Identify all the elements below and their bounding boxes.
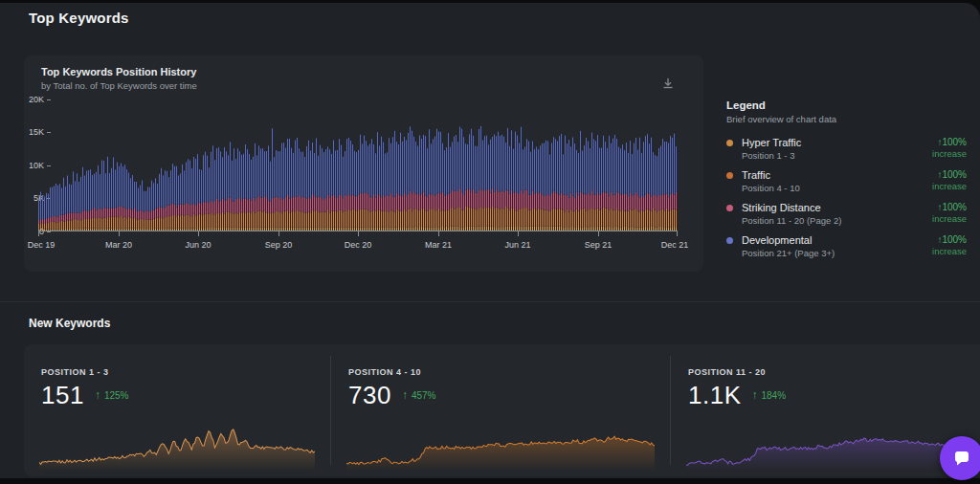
panel-value: 151 [41, 383, 84, 407]
x-axis-label: Jun 20 [185, 240, 211, 250]
legend-change-label: increase [932, 246, 967, 256]
legend-item-name: Traffic [742, 169, 800, 181]
legend-item-position: Position 21+ (Page 3+) [742, 248, 835, 258]
x-axis-label: Jun 21 [504, 240, 530, 250]
page-title: Top Keywords [29, 10, 129, 26]
chart-title: Top Keywords Position History [41, 66, 197, 77]
download-button[interactable] [659, 75, 677, 92]
trend-up-icon: ↑ [402, 389, 408, 401]
top-keywords-section: Top Keywords Position History by Total n… [24, 55, 967, 274]
position-history-card: Top Keywords Position History by Total n… [24, 55, 703, 272]
x-axis-label: Sep 21 [585, 240, 612, 250]
panel-label: POSITION 1 - 3 [41, 367, 311, 377]
keyword-panel-position-1-3: POSITION 1 - 3 151 ↑ 125% [24, 344, 330, 476]
trend-up-icon: ↑ [95, 389, 100, 401]
legend-item-position: Position 11 - 20 (Page 2) [742, 215, 841, 226]
legend-title: Legend [726, 99, 967, 111]
panel-value: 730 [348, 383, 391, 407]
panel-label: POSITION 4 - 10 [348, 367, 651, 377]
legend-item-name: Hyper Traffic [742, 137, 801, 148]
panel-change-percent: 184% [762, 390, 787, 401]
legend-change-label: increase [932, 148, 967, 159]
new-keywords-card: POSITION 1 - 3 151 ↑ 125% POSITION 4 - 1… [24, 344, 980, 476]
new-keywords-title: New Keywords [29, 317, 110, 330]
legend-change-percent: ↑100% [932, 169, 967, 180]
x-axis-label: Mar 20 [105, 240, 132, 250]
chart-header: Top Keywords Position History by Total n… [41, 66, 197, 91]
sparkline-position-1-3 [39, 420, 315, 470]
x-axis-label: Sep 20 [265, 240, 293, 250]
x-axis-label: Mar 21 [425, 240, 452, 250]
dashboard-page: Top Keywords Top Keywords Position Histo… [0, 3, 980, 478]
x-axis-label: Dec 21 [661, 240, 689, 250]
panel-change-percent: 457% [412, 390, 436, 401]
legend-dot-developmental [726, 237, 733, 244]
legend-dot-striking-distance [726, 205, 733, 211]
chart-legend: Legend Brief overview of chart data Hype… [726, 55, 967, 274]
legend-item-name: Striking Distance [742, 202, 841, 213]
legend-item-traffic[interactable]: Traffic Position 4 - 10 ↑100% increase [726, 169, 967, 193]
legend-item-position: Position 1 - 3 [742, 150, 801, 161]
legend-item-striking-distance[interactable]: Striking Distance Position 11 - 20 (Page… [726, 202, 967, 226]
legend-item-hyper-traffic[interactable]: Hyper Traffic Position 1 - 3 ↑100% incre… [726, 137, 967, 161]
panel-value: 1.1K [688, 383, 742, 407]
legend-change-percent: ↑100% [932, 202, 967, 212]
legend-item-developmental[interactable]: Developmental Position 21+ (Page 3+) ↑10… [726, 234, 967, 258]
x-axis-label: Dec 19 [28, 240, 56, 250]
trend-up-icon: ↑ [752, 389, 758, 401]
download-icon [661, 77, 675, 90]
panel-change-percent: 125% [104, 390, 129, 401]
legend-dot-traffic [726, 172, 733, 179]
legend-dot-hyper-traffic [726, 140, 733, 146]
panel-label: POSITION 11 - 20 [688, 367, 961, 377]
x-axis-label: Dec 20 [345, 240, 372, 250]
legend-change-percent: ↑100% [932, 234, 967, 245]
keyword-panel-position-4-10: POSITION 4 - 10 730 ↑ 457% [331, 344, 670, 476]
sparkline-position-4-10 [346, 420, 655, 470]
stacked-bar-chart-canvas[interactable] [38, 99, 679, 239]
legend-item-position: Position 4 - 10 [742, 183, 800, 193]
legend-change-label: increase [932, 213, 967, 224]
legend-subtitle: Brief overview of chart data [726, 114, 967, 124]
legend-item-name: Developmental [742, 234, 835, 246]
chat-icon [952, 449, 971, 468]
chat-fab-button[interactable] [940, 436, 980, 480]
keyword-panel-position-11-20: POSITION 11 - 20 1.1K ↑ 184% [671, 344, 980, 476]
legend-change-percent: ↑100% [932, 137, 967, 147]
legend-change-label: increase [932, 181, 967, 191]
chart-subtitle: by Total no. of Top Keywords over time [41, 80, 197, 91]
sparkline-position-11-20 [686, 420, 965, 470]
section-divider [0, 301, 980, 302]
